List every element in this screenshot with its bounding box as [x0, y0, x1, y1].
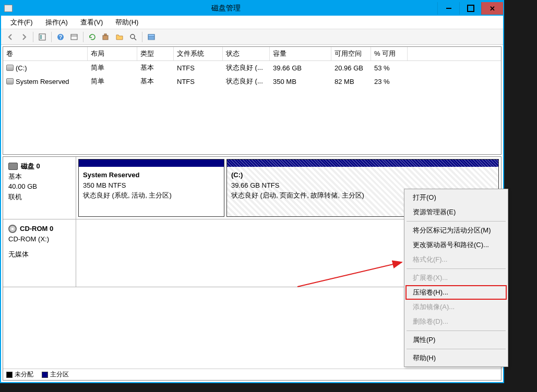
- header-volume[interactable]: 卷: [3, 47, 88, 60]
- cell-volume: System Reserved: [16, 78, 69, 85]
- ctx-help[interactable]: 帮助(H): [405, 351, 507, 365]
- legend-primary: 主分区: [42, 370, 69, 379]
- window-title: 磁盘管理: [15, 4, 437, 13]
- open-folder-button[interactable]: [113, 31, 126, 43]
- header-free[interactable]: 可用空间: [331, 47, 371, 60]
- show-hide-button[interactable]: [36, 31, 49, 43]
- magnify-button[interactable]: [127, 31, 139, 43]
- header-percent[interactable]: % 可用: [371, 47, 408, 60]
- disk-info[interactable]: 磁盘 0 基本 40.00 GB 联机: [3, 157, 76, 219]
- svg-rect-6: [103, 35, 108, 40]
- ctx-extend: 扩展卷(X)...: [405, 271, 507, 285]
- partition-info: 350 MB NTFS: [83, 180, 220, 191]
- header-status[interactable]: 状态: [223, 47, 270, 60]
- toolbar-separator: [142, 32, 142, 42]
- app-icon: [4, 5, 13, 12]
- cd-icon: [8, 225, 17, 233]
- partition-title: System Reserved: [83, 170, 220, 180]
- toolbar-separator: [51, 32, 52, 42]
- ctx-explorer[interactable]: 资源管理器(E): [405, 205, 507, 219]
- cell-layout: 简单: [88, 76, 137, 87]
- svg-rect-4: [71, 34, 77, 40]
- disk-status: 无媒体: [8, 249, 70, 260]
- header-layout[interactable]: 布局: [88, 47, 137, 60]
- header-capacity[interactable]: 容量: [270, 47, 331, 60]
- svg-text:?: ?: [59, 34, 62, 40]
- svg-line-9: [134, 38, 136, 40]
- menubar: 文件(F) 操作(A) 查看(V) 帮助(H): [1, 16, 503, 29]
- ctx-delete: 删除卷(D)...: [405, 314, 507, 329]
- ctx-mark-active[interactable]: 将分区标记为活动分区(M): [405, 223, 507, 238]
- volume-list[interactable]: 卷 布局 类型 文件系统 状态 容量 可用空间 % 可用 (C:) 简单 基本 …: [3, 46, 502, 155]
- volume-row[interactable]: System Reserved 简单 基本 NTFS 状态良好 (... 350…: [3, 75, 501, 88]
- partition-title: (C:): [231, 170, 494, 180]
- cell-percent: 53 %: [371, 62, 408, 74]
- cell-fs: NTFS: [174, 76, 223, 87]
- drive-icon: [6, 65, 14, 71]
- window-controls: [437, 2, 503, 15]
- close-button[interactable]: [481, 2, 503, 15]
- svg-rect-0: [39, 34, 45, 40]
- disk-name: 磁盘 0: [21, 161, 40, 172]
- cell-status: 状态良好 (...: [223, 76, 270, 87]
- cell-status: 状态良好 (...: [223, 62, 270, 74]
- context-separator: [407, 349, 506, 349]
- volume-list-header: 卷 布局 类型 文件系统 状态 容量 可用空间 % 可用: [3, 47, 501, 61]
- disk-info[interactable]: CD-ROM 0 CD-ROM (X:) 无媒体: [3, 219, 76, 287]
- cell-fs: NTFS: [174, 62, 223, 74]
- toolbar-separator: [33, 32, 33, 42]
- disk-size: 40.00 GB: [8, 181, 70, 192]
- context-separator: [407, 221, 506, 222]
- legend: 未分配 主分区: [3, 369, 501, 380]
- volume-row[interactable]: (C:) 简单 基本 NTFS 状态良好 (... 39.66 GB 20.96…: [3, 61, 501, 75]
- svg-point-8: [130, 34, 135, 39]
- maximize-button[interactable]: [459, 2, 481, 15]
- refresh-button[interactable]: [86, 31, 99, 43]
- context-separator: [407, 330, 506, 331]
- hdd-icon: [8, 163, 18, 170]
- ctx-shrink[interactable]: 压缩卷(H)...: [405, 285, 507, 300]
- ctx-mirror: 添加镜像(A)...: [405, 300, 507, 314]
- legend-unallocated: 未分配: [6, 370, 33, 379]
- drive-icon: [6, 78, 14, 84]
- ctx-open[interactable]: 打开(O): [405, 190, 507, 205]
- cell-free: 20.96 GB: [331, 62, 371, 74]
- disk-type: 基本: [8, 172, 70, 182]
- disk-type: CD-ROM (X:): [8, 234, 70, 244]
- disk-name: CD-ROM 0: [20, 224, 53, 234]
- back-button[interactable]: [4, 31, 17, 43]
- list-button[interactable]: [145, 31, 158, 43]
- cell-type: 基本: [137, 76, 174, 87]
- svg-rect-7: [104, 34, 106, 35]
- cell-percent: 23 %: [371, 76, 408, 87]
- disk-status: 联机: [8, 192, 70, 202]
- titlebar[interactable]: 磁盘管理: [1, 1, 503, 16]
- header-filesystem[interactable]: 文件系统: [174, 47, 223, 60]
- help-button[interactable]: ?: [54, 31, 67, 43]
- partition-system-reserved[interactable]: System Reserved 350 MB NTFS 状态良好 (系统, 活动…: [78, 159, 224, 217]
- partition-status: 状态良好 (系统, 活动, 主分区): [83, 190, 220, 201]
- minimize-button[interactable]: [437, 2, 459, 15]
- toolbar: ?: [1, 29, 503, 45]
- cell-free: 82 MB: [331, 76, 371, 87]
- ctx-properties[interactable]: 属性(P): [405, 333, 507, 347]
- svg-rect-10: [148, 34, 154, 40]
- menu-action[interactable]: 操作(A): [40, 16, 73, 29]
- cell-capacity: 39.66 GB: [270, 62, 331, 74]
- cell-volume: (C:): [16, 64, 27, 72]
- forward-button[interactable]: [18, 31, 30, 43]
- header-type[interactable]: 类型: [137, 47, 174, 60]
- menu-file[interactable]: 文件(F): [5, 16, 38, 29]
- cell-capacity: 350 MB: [270, 76, 331, 87]
- ctx-change-letter[interactable]: 更改驱动器号和路径(C)...: [405, 238, 507, 252]
- partition-color-bar: [227, 160, 498, 167]
- rescan-button[interactable]: [100, 31, 112, 43]
- menu-view[interactable]: 查看(V): [75, 16, 108, 29]
- cell-type: 基本: [137, 62, 174, 74]
- menu-help[interactable]: 帮助(H): [110, 16, 144, 29]
- cell-layout: 简单: [88, 62, 137, 74]
- context-menu: 打开(O) 资源管理器(E) 将分区标记为活动分区(M) 更改驱动器号和路径(C…: [404, 189, 508, 367]
- partition-color-bar: [79, 160, 224, 167]
- settings-button[interactable]: [68, 31, 80, 43]
- toolbar-separator: [83, 32, 83, 42]
